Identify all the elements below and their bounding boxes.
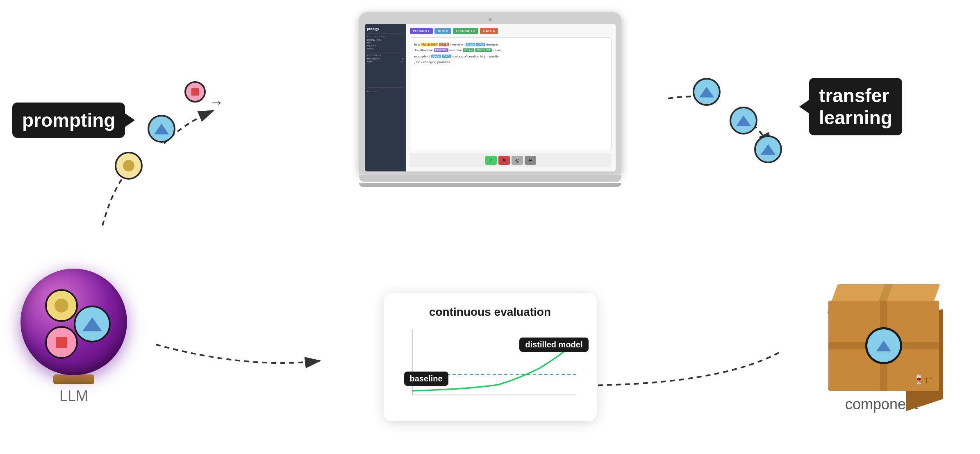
tag-product[interactable]: PRODUCT 3 [453,28,478,34]
baseline-label: baseline [404,372,448,386]
progress-label: PROGRESS [367,54,403,57]
blue-triangle-right1 [699,87,714,98]
sidebar-row-4: spacy [367,47,403,50]
path-circle-blue-mid [148,115,175,143]
prodigy-text-area: In a March 2014 DATE interview , Apple O… [410,37,612,150]
box-front: 🍷↑↑ [828,301,939,391]
progress-row-2: total29 [367,60,403,63]
llm-circle-pink [45,326,78,359]
llm-circles-group [37,285,111,359]
prodigy-action-buttons: ✓ ✕ ◎ ↩ [410,153,612,167]
laptop-screen-outer: prodigy PROJECT INFO prodigy_ner2 ner en… [359,12,621,174]
highlight-apple1: Apple [466,43,475,46]
pink-square [191,88,199,96]
yellow-dot [123,160,134,171]
path-circle-pink [184,81,206,103]
laptop-screen-inner: prodigy PROJECT INFO prodigy_ner2 ner en… [365,24,616,171]
highlight-iphone: iPhone [463,48,474,52]
llm-yellow-dot [55,299,68,313]
laptop: prodigy PROJECT INFO prodigy_ner2 ner en… [359,12,621,187]
blue-triangle-mid [154,124,169,135]
tag-person[interactable]: PERSON 1 [410,28,433,34]
main-scene: prompting transfer learning prodigy PROJ… [0,0,980,454]
box-fragile-icon: 🍷↑↑ [913,374,933,385]
progress-section: PROGRESS this session8 total29 [367,52,403,63]
eval-title: continuous evaluation [396,306,584,319]
distilled-model-label: distilled model [519,338,588,352]
laptop-bottom [359,183,621,187]
laptop-base [359,175,621,182]
project-info-label: PROJECT INFO [367,35,403,38]
sidebar-row-2: ner [367,41,403,44]
highlight-march2014: March 2014 [421,43,438,46]
llm-pink-square [56,337,67,348]
path-circle-blue-right2 [730,107,757,135]
package-box: 🍷↑↑ [820,284,943,391]
path-circle-blue-right3 [754,135,782,163]
prompting-bubble: prompting [12,103,125,138]
sidebar-row-1: prodigy_ner2 [367,39,403,41]
eval-container: continuous evaluation baseline distilled… [384,293,597,421]
prodigy-tag-header: PERSON 1 ORG 2 PRODUCT 3 DATE 4 [410,28,612,34]
llm-container: LLM [20,269,127,405]
history-label: HISTORY [367,90,403,93]
sidebar-row-3: en_core [367,44,403,47]
history-section: HISTORY [367,87,403,93]
llm-base [53,374,94,384]
distilled-model-label-wrapper: distilled model [519,338,588,352]
highlight-apple2: Apple [431,55,441,58]
tag-org[interactable]: ORG 2 [434,28,451,34]
llm-ball [20,269,127,375]
progress-row-1: this session8 [367,57,403,60]
prodigy-sidebar: prodigy PROJECT INFO prodigy_ner2 ner en… [365,24,406,171]
box-triangle [876,341,891,351]
highlight-jonathan: PERSON [434,48,449,52]
tag-date[interactable]: DATE 4 [480,28,498,34]
llm-label: LLM [59,388,88,405]
tag-org-inline1: ORG [476,43,485,46]
prodigy-ui: prodigy PROJECT INFO prodigy_ner2 ner en… [365,24,616,171]
tag-date-inline: DATE [439,43,449,46]
path-circle-yellow [115,152,143,180]
prodigy-title: prodigy [367,27,403,31]
llm-circle-yellow [45,289,78,322]
box-container: 🍷↑↑ component [820,284,943,413]
eval-chart-area: baseline distilled model [396,325,584,409]
tag-org-inline2: ORG [442,55,451,58]
transfer-line1: transfer [819,84,892,107]
llm-blue-triangle [82,317,102,331]
path-circle-blue-right1 [693,78,721,106]
project-info-section: PROJECT INFO prodigy_ner2 ner en_core [367,33,403,50]
llm-circle-blue [74,306,111,342]
prodigy-main-area: PERSON 1 ORG 2 PRODUCT 3 DATE 4 In a Mar… [406,24,616,171]
box-circle-overlay [865,327,902,364]
ignore-button[interactable]: ◎ [512,156,523,165]
reject-button[interactable]: ✕ [498,156,510,165]
accept-button[interactable]: ✓ [485,156,497,165]
transfer-learning-bubble: transfer learning [809,78,902,135]
arrow-right: → [209,94,224,111]
baseline-label-wrapper: baseline [404,372,448,386]
prompting-label: prompting [22,110,115,131]
blue-triangle-right2 [736,116,751,126]
tag-product-inline: PRODUCT [475,48,492,52]
blue-triangle-right3 [761,144,775,155]
transfer-line2: learning [819,107,892,129]
undo-button[interactable]: ↩ [525,156,536,165]
